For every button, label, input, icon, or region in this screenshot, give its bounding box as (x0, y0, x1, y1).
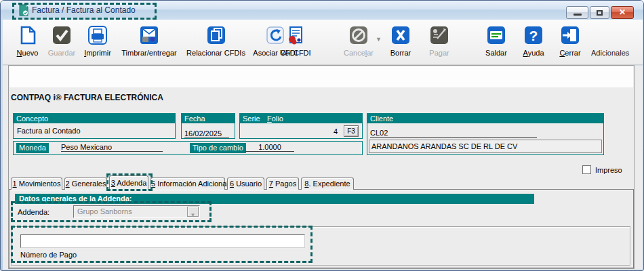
exit-door-icon (560, 25, 580, 45)
numero-de-pago-label: Número de Pago (20, 251, 77, 259)
minimize-icon (573, 14, 582, 16)
serie-folio-fieldbox: Serie Folio 4 F3 (239, 113, 363, 139)
fecha-header: Fecha (182, 114, 235, 123)
toolbar-button-ayuda[interactable]: ? Ayuda (517, 25, 550, 57)
serie-label: Serie (243, 114, 260, 123)
tab-expediente[interactable]: 8. Expediente (301, 178, 354, 190)
toolbar-button-nuevo[interactable]: Nuevo (12, 25, 43, 57)
toolbar-button-borrar[interactable]: Borrar (384, 25, 417, 57)
cancelar-dropdown-arrow-icon[interactable]: ▼ (376, 36, 382, 43)
concepto-fieldbox: Concepto Factura al Contado (13, 113, 176, 139)
tab-informacion-adicional[interactable]: 5 Información Adicional (150, 178, 225, 190)
cliente-name-field[interactable]: ARANDANOS ARANDAS SC DE RL DE CV (369, 140, 602, 153)
app-window: Factura / Factura al Contado ✕ Nuevo Gua… (0, 0, 644, 271)
cliente-fieldbox: Cliente CL02 ARANDANOS ARANDAS SC DE RL … (367, 113, 604, 155)
tab-movimientos[interactable]: 1 Movimientos (11, 178, 62, 190)
tipo-cambio-label: Tipo de cambio (190, 143, 246, 153)
adicionales-label[interactable]: Adicionales (591, 49, 640, 57)
window-title: Factura / Factura al Contado (32, 5, 136, 15)
toolbar-button-cerrar[interactable]: Cerrar (554, 25, 586, 57)
impreso-label: Impreso (595, 166, 622, 174)
addenda-dropdown-value: Grupo Sanborns (77, 207, 132, 215)
pay-icon (429, 25, 449, 45)
notice-band (9, 66, 633, 87)
addenda-dropdown[interactable]: Grupo Sanborns ▼ (73, 205, 200, 218)
help-question-icon: ? (523, 25, 544, 45)
app-document-icon[interactable] (18, 4, 29, 16)
concepto-header: Concepto (14, 114, 175, 123)
tipo-cambio-value[interactable]: 1.0000 (245, 143, 294, 152)
close-button[interactable]: ✕ (611, 6, 634, 19)
printer-icon (87, 25, 108, 45)
cliente-code-value[interactable]: CL02 (370, 129, 537, 138)
restore-button[interactable] (590, 6, 609, 19)
addenda-section-title: Datos generales de la Addenda: (15, 194, 534, 204)
tab-generales[interactable]: 2 Generales (64, 178, 107, 190)
numero-de-pago-input[interactable] (20, 234, 305, 248)
tab-usuario[interactable]: 6 Usuario (227, 178, 264, 190)
view-cfdi-seal-icon (285, 25, 306, 45)
addenda-dropdown-button[interactable]: ▼ (187, 207, 199, 217)
restore-icon (597, 10, 603, 16)
titlebar: Factura / Factura al Contado ✕ (1, 1, 643, 20)
fecha-fieldbox: Fecha 16/02/2025 (181, 113, 235, 139)
svg-text:?: ? (529, 28, 538, 43)
app-header: CONTPAQ i® FACTURA ELECTRÓNICA (11, 93, 163, 102)
toolbar: Nuevo Guardar Imprimir (3, 20, 643, 65)
stacked-documents-icon (206, 25, 226, 45)
toolbar-button-imprimir[interactable]: Imprimir (80, 25, 115, 57)
cancel-slash-icon (348, 25, 369, 45)
minimize-button[interactable] (566, 6, 588, 19)
tab-strip: 1 Movimientos 2 Generales 3 Addenda 5 In… (11, 176, 356, 190)
close-icon: ✕ (611, 7, 633, 17)
serie-folio-header: Serie Folio (240, 114, 362, 123)
moneda-value[interactable]: Peso Mexicano (61, 143, 163, 152)
tab-pagos[interactable]: 7 Pagos (266, 178, 299, 190)
toolbar-button-timbrar-entregar[interactable]: Timbrar/entregar (115, 25, 183, 57)
delete-x-icon (390, 25, 411, 45)
moneda-label: Moneda (16, 143, 49, 153)
balance-card-icon (486, 25, 506, 45)
save-checkmark-icon (52, 25, 72, 45)
impreso-checkbox[interactable] (582, 165, 591, 174)
toolbar-button-cancelar[interactable]: Cancelar (342, 25, 376, 57)
addenda-field-label: Addenda: (18, 208, 49, 216)
cliente-header: Cliente (367, 114, 603, 123)
fecha-value[interactable]: 16/02/2025 (184, 129, 229, 138)
f3-button[interactable]: F3 (344, 125, 359, 137)
new-document-icon (18, 25, 38, 45)
toolbar-button-guardar[interactable]: Guardar (43, 25, 80, 57)
stamp-envelope-icon (139, 25, 159, 45)
toolbar-button-ver-cfdi[interactable]: Ver CFDI (278, 25, 313, 57)
addenda-tab-panel: Datos generales de la Addenda: Addenda: … (9, 189, 634, 268)
toolbar-button-relacionar-cfdis[interactable]: Relacionar CFDIs (183, 25, 249, 57)
toolbar-button-pagar[interactable]: Pagar (422, 25, 457, 57)
folio-value[interactable]: 4 (334, 127, 338, 136)
chevron-down-icon: ▼ (190, 212, 196, 218)
tab-addenda[interactable]: 3 Addenda (109, 175, 148, 190)
folio-label: Folio (267, 114, 283, 123)
concepto-value[interactable]: Factura al Contado (14, 123, 175, 135)
moneda-row: Moneda Peso Mexicano Tipo de cambio 1.00… (13, 141, 363, 155)
toolbar-button-saldar[interactable]: Saldar (479, 25, 513, 57)
